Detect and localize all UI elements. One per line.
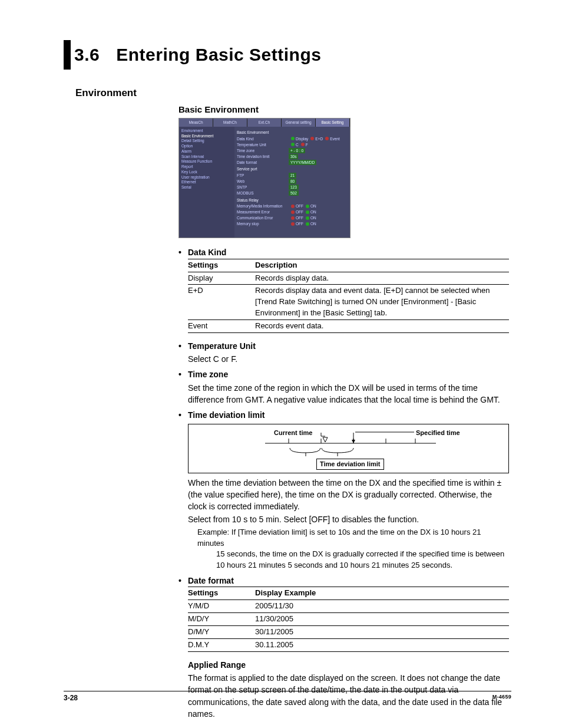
section-environment: Environment — [75, 86, 511, 101]
screenshot-row: Temperature Unit C F — [237, 141, 348, 147]
temp-unit-text: Select C or F. — [188, 353, 510, 365]
screenshot-tab: General setting — [282, 118, 316, 126]
screenshot-tab: MathCh — [213, 118, 247, 126]
table-row: Y/M/D2005/11/30 — [188, 600, 509, 613]
tdl-example-line1: Example: If [Time deviation limit] is se… — [197, 527, 510, 549]
svg-marker-6 — [323, 437, 328, 442]
table-row: E+DRecords display data and event data. … — [188, 285, 509, 320]
page-footer: 3-28 M-4659 — [64, 691, 511, 703]
table-row: M/D/Y11/30/2005 — [188, 613, 509, 626]
screenshot-row: Data Kind Display E+D Event — [237, 136, 348, 141]
diagram-tdl-box: Time deviation limit — [316, 459, 384, 470]
bullet-icon: • — [178, 368, 188, 380]
date-format-table: Settings Display Example Y/M/D2005/11/30… — [188, 587, 509, 651]
description-cell: Records display data and event data. [E+… — [255, 285, 509, 320]
screenshot-tab: Basic Setting — [316, 118, 350, 126]
settings-cell: Event — [188, 319, 255, 332]
document-id: M-4659 — [492, 693, 511, 703]
time-zone-text: Set the time zone of the region in which… — [188, 382, 510, 406]
screenshot-nav-item: Ethernet — [181, 180, 232, 185]
screenshot-row: Measurement Error OFF ON — [237, 209, 348, 215]
chapter-title: Entering Basic Settings — [116, 42, 321, 68]
time-deviation-diagram: Current time Specified time — [188, 424, 509, 473]
screenshot-nav-item: Basic Environment — [181, 134, 232, 139]
chapter-heading: 3.6 Entering Basic Settings — [64, 40, 511, 70]
screenshot-nav-item: Scan Interval — [181, 154, 232, 160]
screenshot-row: SNTP123 — [237, 185, 348, 190]
screenshot-tab: Ext.Ch — [247, 118, 282, 126]
bullet-data-kind: Data Kind — [188, 246, 226, 258]
screenshot-row: Memory/Media Information OFF ON — [237, 203, 348, 209]
subsection-basic-environment: Basic Environment — [178, 103, 510, 116]
screenshot-row: Memory stop OFF ON — [237, 221, 348, 227]
screenshot-row: Time deviation limit30s — [237, 153, 348, 159]
settings-cell: E+D — [188, 285, 255, 320]
example-cell: 30.11.2005 — [255, 638, 509, 651]
table-row: D/M/Y30/11/2005 — [188, 625, 509, 638]
table-row: DisplayRecords display data. — [188, 272, 509, 285]
example-cell: 11/30/2005 — [255, 613, 509, 626]
settings-cell: Display — [188, 272, 255, 285]
tdl-paragraph-2: Select from 10 s to 5 min. Select [OFF] … — [188, 513, 510, 525]
table-row: EventRecords event data. — [188, 319, 509, 332]
tdl-example-line3: 10 hours 21 minutes 5 seconds and 10 hou… — [216, 560, 510, 571]
screenshot-nav-item: Detail Setting — [181, 139, 232, 144]
screenshot-row: Time zone+ - 0 : 0 — [237, 147, 348, 153]
settings-cell: M/D/Y — [188, 613, 255, 626]
screenshot-nav-item: Key Lock — [181, 170, 232, 175]
screenshot-nav-item: User registration — [181, 175, 232, 180]
bullet-icon: • — [178, 575, 188, 587]
bullet-icon: • — [178, 409, 188, 421]
screenshot-nav-item: Measure Function — [181, 159, 232, 164]
applied-range-heading: Applied Range — [188, 659, 510, 671]
screenshot-nav-item: Option — [181, 144, 232, 149]
dk-th-description: Description — [255, 259, 509, 272]
data-kind-table: Settings Description DisplayRecords disp… — [188, 259, 509, 333]
bullet-tdl: Time deviation limit — [188, 409, 265, 421]
bullet-time-zone: Time zone — [188, 368, 228, 380]
screenshot-nav-item: Serial — [181, 185, 232, 190]
description-cell: Records display data. — [255, 272, 509, 285]
heading-accent-bar — [64, 40, 71, 70]
page-number: 3-28 — [64, 693, 78, 703]
screenshot-row: Communication Error OFF ON — [237, 215, 348, 221]
screenshot-section: Basic Environment — [237, 130, 348, 135]
settings-cell: D.M.Y — [188, 638, 255, 651]
screenshot-nav-item: Alarm — [181, 149, 232, 154]
screenshot-section: Status Relay — [237, 197, 348, 203]
table-row: D.M.Y30.11.2005 — [188, 638, 509, 651]
screenshot-tab: MeasCh — [179, 118, 213, 126]
tdl-example-line2: 15 seconds, the time on the DX is gradua… — [216, 549, 510, 560]
chapter-number: 3.6 — [74, 42, 100, 68]
example-cell: 30/11/2005 — [255, 625, 509, 638]
bullet-date-format: Date format — [188, 575, 234, 587]
screenshot-section: Service port — [237, 166, 348, 172]
bullet-temp-unit: Temperature Unit — [188, 340, 256, 352]
tdl-paragraph-1: When the time deviation between the time… — [188, 477, 510, 513]
bullet-icon: • — [178, 340, 188, 352]
svg-marker-8 — [352, 440, 355, 443]
example-cell: 2005/11/30 — [255, 600, 509, 613]
screenshot-row: Date formatYYYY/MM/DD — [237, 159, 348, 165]
screenshot-row: MODBUS502 — [237, 190, 348, 196]
screenshot-row: Web80 — [237, 179, 348, 185]
screenshot-nav-item: Environment — [181, 129, 232, 134]
settings-cell: Y/M/D — [188, 600, 255, 613]
screenshot-nav-item: Report — [181, 164, 232, 170]
df-th-settings: Settings — [188, 587, 255, 600]
description-cell: Records event data. — [255, 319, 509, 332]
bullet-icon: • — [178, 246, 188, 258]
settings-screenshot: MeasChMathChExt.ChGeneral settingBasic S… — [178, 118, 351, 238]
dk-th-settings: Settings — [188, 259, 255, 272]
df-th-example: Display Example — [255, 587, 509, 600]
settings-cell: D/M/Y — [188, 625, 255, 638]
screenshot-row: FTP21 — [237, 173, 348, 179]
